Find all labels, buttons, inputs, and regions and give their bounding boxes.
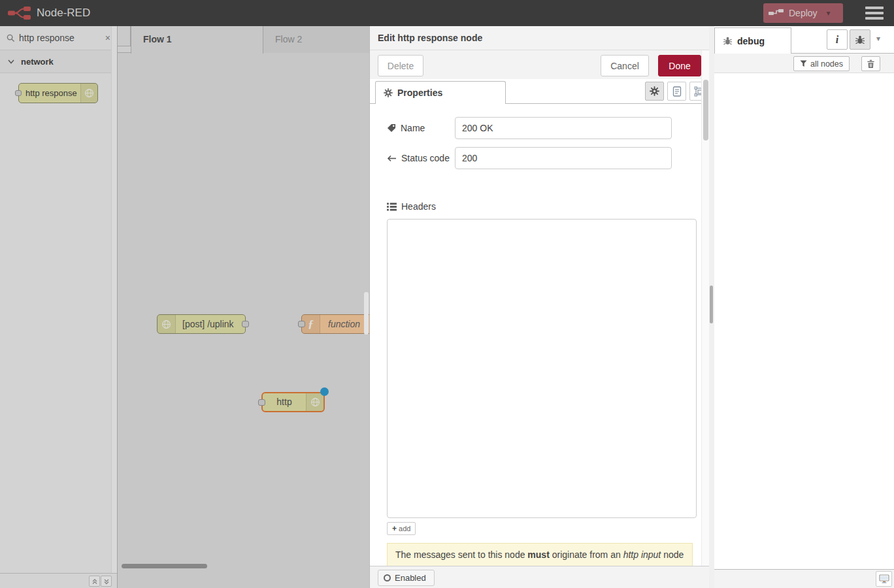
sidebar-footer <box>714 569 894 588</box>
enabled-label: Enabled <box>395 573 426 583</box>
info-tab-button[interactable]: i <box>827 29 848 50</box>
headers-label-text: Headers <box>401 201 436 212</box>
tip-italic-text: http input <box>623 549 661 560</box>
status-code-label-text: Status code <box>401 153 450 163</box>
deploy-caret-icon[interactable]: ▾ <box>827 8 831 18</box>
sidebar-tabs-dropdown-icon[interactable]: ▾ <box>876 34 880 43</box>
tray-toolbar: Delete Cancel Done <box>370 50 709 79</box>
sidebar-separator-grip[interactable] <box>710 286 713 323</box>
app-logo: Node-RED <box>8 6 90 20</box>
deploy-node-icon <box>769 8 784 18</box>
done-button[interactable]: Done <box>658 55 701 76</box>
tab-properties[interactable]: Properties <box>375 81 506 104</box>
headers-editable-list[interactable] <box>387 219 697 518</box>
edit-node-tray: Edit http response node Delete Cancel Do… <box>369 26 709 588</box>
list-icon <box>387 203 397 211</box>
sidebar-tabbar: debug i ▾ <box>714 26 894 54</box>
arrow-left-icon <box>387 155 397 162</box>
header-bar: Node-RED Deploy ▾ <box>0 0 894 26</box>
sidebar-separator[interactable] <box>709 26 714 588</box>
tip-bold-text: must <box>527 549 549 560</box>
debug-sidebar: debug i ▾ all nodes <box>714 26 894 588</box>
info-icon: i <box>836 34 838 46</box>
node-description-button[interactable] <box>667 82 686 101</box>
tag-icon <box>387 123 396 133</box>
node-red-logo-icon <box>8 6 31 20</box>
open-debug-window-button[interactable] <box>876 571 892 587</box>
bug-icon <box>855 35 865 45</box>
trash-icon <box>867 59 875 69</box>
debug-messages-panel <box>714 73 894 569</box>
deploy-button[interactable]: Deploy ▾ <box>763 3 843 23</box>
add-button-label: add <box>399 525 410 532</box>
enabled-circle-icon <box>384 574 391 581</box>
filter-all-nodes-button[interactable]: all nodes <box>793 56 850 71</box>
add-header-button[interactable]: + add <box>387 522 416 535</box>
tray-title: Edit http response node <box>370 26 709 50</box>
tip-text: node <box>661 549 684 560</box>
modal-shade-overlay <box>0 26 369 588</box>
tab-debug-label: debug <box>737 36 765 46</box>
properties-form: Name Status code Head <box>370 104 702 566</box>
debug-toolbar: all nodes <box>714 54 894 73</box>
gear-icon <box>384 88 393 97</box>
tray-footer: Enabled <box>370 566 709 588</box>
tab-debug[interactable]: debug <box>714 27 791 54</box>
gear-icon <box>650 86 659 96</box>
plus-icon: + <box>392 524 397 533</box>
monitor-icon <box>879 574 889 583</box>
tray-scrollbar-thumb[interactable] <box>703 80 708 140</box>
document-icon <box>672 86 682 97</box>
deploy-label: Deploy <box>789 8 818 18</box>
node-red-app: Node-RED Deploy ▾ × network <box>0 0 894 588</box>
cancel-button[interactable]: Cancel <box>601 55 649 76</box>
tray-tabs-row: Properties <box>370 79 709 104</box>
tray-scrollbar[interactable] <box>701 50 709 566</box>
tab-properties-label: Properties <box>397 88 442 98</box>
delete-button[interactable]: Delete <box>378 55 423 76</box>
brand-title: Node-RED <box>37 7 90 20</box>
tray-resize-grip[interactable] <box>364 292 369 335</box>
form-tip: The messages sent to this node must orig… <box>387 543 693 566</box>
name-field-label: Name <box>387 117 425 139</box>
name-label-text: Name <box>401 123 425 133</box>
name-input[interactable] <box>455 117 672 139</box>
clear-debug-button[interactable] <box>861 56 880 71</box>
bug-icon <box>723 36 733 46</box>
status-code-field-label: Status code <box>387 147 450 169</box>
headers-field-label: Headers <box>387 200 436 213</box>
filter-button-label: all nodes <box>810 59 843 69</box>
tip-text: The messages sent to this node <box>395 549 527 560</box>
status-code-input[interactable] <box>455 147 672 169</box>
edit-properties-button[interactable] <box>645 82 664 101</box>
debug-tab-button[interactable] <box>850 29 870 50</box>
tip-text: originate from an <box>550 549 623 560</box>
main-menu-icon[interactable] <box>865 7 884 20</box>
node-enabled-toggle[interactable]: Enabled <box>378 570 435 586</box>
funnel-icon <box>800 60 807 67</box>
